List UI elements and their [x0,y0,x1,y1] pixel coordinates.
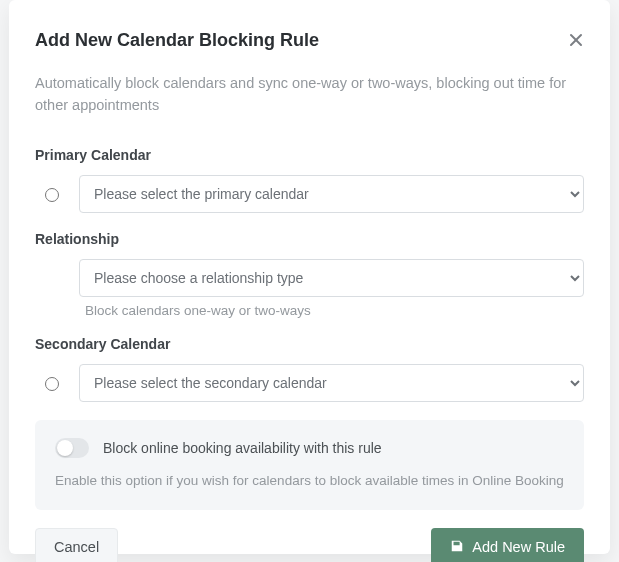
primary-calendar-select[interactable]: Please select the primary calendar [79,175,584,213]
block-online-booking-toggle[interactable] [55,438,89,458]
modal-title: Add New Calendar Blocking Rule [35,30,319,51]
calendar-blocking-rule-modal: Add New Calendar Blocking Rule Automatic… [9,0,610,554]
primary-calendar-radio[interactable] [45,188,59,202]
block-online-booking-help: Enable this option if you wish for calen… [55,472,564,491]
primary-calendar-label: Primary Calendar [35,147,584,163]
close-icon[interactable] [568,32,584,48]
relationship-label: Relationship [35,231,584,247]
secondary-calendar-radio[interactable] [45,377,59,391]
relationship-hint: Block calendars one-way or two-ways [85,303,584,318]
block-online-booking-toggle-label: Block online booking availability with t… [103,440,382,456]
save-icon [450,539,464,556]
cancel-button[interactable]: Cancel [35,528,118,562]
relationship-select[interactable]: Please choose a relationship type [79,259,584,297]
add-new-rule-button-label: Add New Rule [472,539,565,555]
modal-description: Automatically block calendars and sync o… [35,73,584,117]
add-new-rule-button[interactable]: Add New Rule [431,528,584,562]
cancel-button-label: Cancel [54,539,99,555]
secondary-calendar-select[interactable]: Please select the secondary calendar [79,364,584,402]
block-online-booking-card: Block online booking availability with t… [35,420,584,511]
secondary-calendar-label: Secondary Calendar [35,336,584,352]
